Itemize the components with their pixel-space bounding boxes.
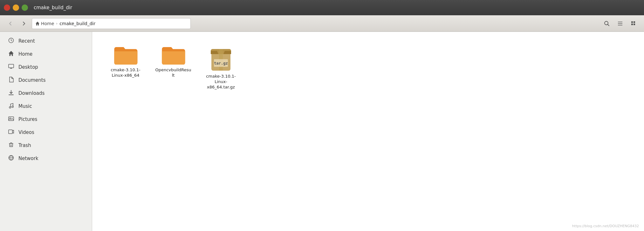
pictures-icon bbox=[8, 116, 15, 123]
file-item-folder1[interactable]: cmake-3.10.1-Linux-x86_64 bbox=[105, 41, 146, 93]
file-name-2: OpencvbuildResult bbox=[155, 67, 191, 78]
back-button[interactable] bbox=[5, 18, 16, 29]
sidebar: Recent Home Desktop Documents Downloads bbox=[0, 32, 92, 231]
svg-rect-8 bbox=[634, 24, 635, 25]
sidebar-item-videos[interactable]: Videos bbox=[1, 126, 91, 139]
window-title: cmake_build_dir bbox=[34, 5, 72, 10]
home-sidebar-label: Home bbox=[18, 51, 32, 57]
forward-button[interactable] bbox=[18, 18, 29, 29]
status-url: https://blog.csdn.net/DOUZHENG8432 bbox=[572, 222, 639, 228]
music-label: Music bbox=[18, 103, 32, 109]
search-button[interactable] bbox=[601, 18, 612, 29]
trash-icon bbox=[8, 142, 15, 149]
network-label: Network bbox=[18, 156, 38, 161]
sidebar-item-pictures[interactable]: Pictures bbox=[1, 113, 91, 126]
breadcrumb-home[interactable]: Home bbox=[35, 21, 54, 26]
documents-label: Documents bbox=[18, 77, 46, 83]
minimize-button[interactable]: − bbox=[13, 4, 19, 11]
search-icon bbox=[604, 21, 610, 26]
home-sidebar-icon bbox=[8, 51, 15, 58]
grid-view-icon bbox=[631, 21, 636, 26]
videos-label: Videos bbox=[18, 130, 34, 135]
file-item-targz[interactable]: tar.gz cmake-3.10.1-Linux-x86_64.tar.gz bbox=[200, 41, 242, 93]
svg-rect-18 bbox=[9, 130, 12, 134]
current-directory: cmake_build_dir bbox=[59, 21, 95, 26]
documents-icon bbox=[8, 77, 15, 84]
list-view-icon bbox=[617, 21, 623, 26]
sidebar-item-documents[interactable]: Documents bbox=[1, 74, 91, 87]
url-hint-text: https://blog.csdn.net/DOUZHENG8432 bbox=[572, 224, 639, 228]
titlebar: × − + cmake_build_dir bbox=[0, 0, 644, 15]
maximize-button[interactable]: + bbox=[22, 4, 28, 11]
file-name-3: cmake-3.10.1-Linux-x86_64.tar.gz bbox=[203, 74, 239, 90]
sidebar-item-network[interactable]: Network bbox=[1, 152, 91, 165]
folder-icon-1 bbox=[113, 44, 138, 66]
folder-icon-2 bbox=[161, 44, 186, 66]
downloads-icon bbox=[8, 90, 15, 97]
sidebar-item-music[interactable]: Music bbox=[1, 100, 91, 113]
svg-line-1 bbox=[608, 24, 609, 26]
file-area: cmake-3.10.1-Linux-x86_64 OpencvbuildRes… bbox=[92, 32, 644, 231]
downloads-label: Downloads bbox=[18, 90, 45, 96]
list-view-button[interactable] bbox=[615, 18, 626, 29]
svg-text:tar.gz: tar.gz bbox=[214, 61, 228, 66]
network-icon bbox=[8, 155, 15, 162]
grid-view-button[interactable] bbox=[628, 18, 639, 29]
svg-point-15 bbox=[12, 106, 13, 108]
pictures-label: Pictures bbox=[18, 116, 37, 122]
recent-label: Recent bbox=[18, 38, 35, 44]
file-grid: cmake-3.10.1-Linux-x86_64 OpencvbuildRes… bbox=[105, 41, 631, 93]
file-item-folder2[interactable]: OpencvbuildResult bbox=[153, 41, 194, 93]
sidebar-item-trash[interactable]: Trash bbox=[1, 139, 91, 152]
home-icon bbox=[35, 21, 40, 26]
sidebar-item-home[interactable]: Home bbox=[1, 48, 91, 60]
sidebar-item-recent[interactable]: Recent bbox=[1, 35, 91, 47]
music-icon bbox=[8, 103, 15, 110]
svg-rect-16 bbox=[9, 117, 14, 121]
main-container: Recent Home Desktop Documents Downloads bbox=[0, 32, 644, 231]
forward-icon bbox=[22, 21, 26, 26]
svg-rect-6 bbox=[634, 21, 635, 23]
trash-label: Trash bbox=[18, 143, 31, 148]
home-label: Home bbox=[41, 21, 54, 26]
svg-rect-7 bbox=[631, 24, 633, 25]
back-icon bbox=[8, 21, 13, 26]
close-button[interactable]: × bbox=[4, 4, 10, 11]
recent-icon bbox=[8, 38, 15, 45]
desktop-label: Desktop bbox=[18, 64, 38, 70]
toolbar: Home › cmake_build_dir bbox=[0, 15, 644, 32]
sidebar-item-desktop[interactable]: Desktop bbox=[1, 61, 91, 74]
breadcrumb-separator: › bbox=[56, 21, 58, 26]
desktop-icon bbox=[8, 64, 15, 71]
breadcrumb: Home › cmake_build_dir bbox=[32, 18, 191, 29]
svg-rect-10 bbox=[9, 64, 14, 68]
file-name-1: cmake-3.10.1-Linux-x86_64 bbox=[107, 67, 144, 78]
window-controls: × − + bbox=[4, 4, 28, 11]
targz-icon: tar.gz bbox=[208, 44, 234, 72]
svg-point-14 bbox=[9, 107, 11, 108]
videos-icon bbox=[8, 129, 15, 136]
svg-rect-5 bbox=[631, 21, 633, 23]
sidebar-item-downloads[interactable]: Downloads bbox=[1, 87, 91, 100]
